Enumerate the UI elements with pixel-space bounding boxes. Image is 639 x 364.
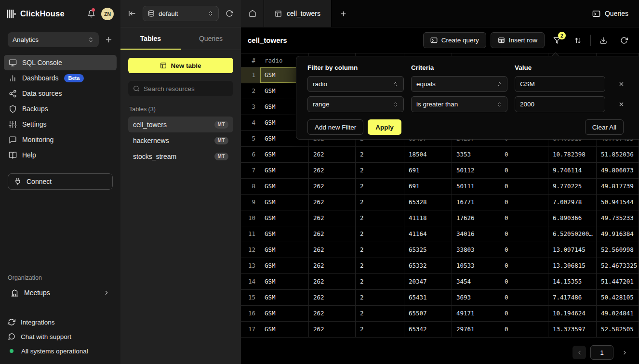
table-cell[interactable]: 16771 [452, 195, 500, 210]
table-cell[interactable]: 0 [500, 306, 548, 322]
footer-item-integrations[interactable]: Integrations [8, 315, 113, 329]
table-cell[interactable]: 6.52050200… [548, 226, 597, 242]
table-list-item-cell-towers[interactable]: cell_towers MT [128, 117, 233, 132]
table-cell[interactable]: 17626 [452, 210, 500, 226]
table-cell[interactable]: 0 [500, 274, 548, 290]
table-cell[interactable]: 0 [500, 322, 548, 338]
table-cell[interactable]: 2 [356, 179, 404, 195]
new-table-button[interactable]: New table [128, 58, 233, 73]
remove-filter-icon[interactable] [618, 101, 625, 107]
table-cell[interactable]: 3693 [452, 290, 500, 306]
table-cell[interactable]: 50111 [452, 179, 500, 195]
table-cell[interactable]: GSM [260, 147, 309, 163]
table-cell[interactable]: 2 [356, 258, 404, 274]
filter-value-input[interactable] [515, 96, 605, 112]
table-cell[interactable]: 49.817739 [597, 179, 639, 195]
table-cell[interactable]: 50.428105 [597, 290, 639, 306]
table-list-item-hackernews[interactable]: hackernews MT [128, 132, 233, 148]
table-cell[interactable]: 9.770225 [548, 179, 597, 195]
table-cell[interactable]: 34016 [452, 226, 500, 242]
table-cell[interactable]: GSM [260, 195, 309, 210]
table-cell[interactable]: 50112 [452, 163, 500, 179]
table-cell[interactable]: GSM [260, 322, 309, 338]
add-service-button[interactable] [105, 36, 113, 44]
table-cell[interactable]: 10.194624 [548, 306, 597, 322]
table-cell[interactable]: 3353 [452, 147, 500, 163]
table-cell[interactable]: 262 [309, 147, 356, 163]
footer-item-system-status[interactable]: All systems operational [8, 344, 113, 358]
table-cell[interactable]: GSM [260, 179, 309, 195]
collapse-panel-icon[interactable] [128, 10, 136, 17]
table-cell[interactable]: GSM [260, 306, 309, 322]
table-list-item-stocks-stream[interactable]: stocks_stream MT [128, 148, 233, 164]
table-cell[interactable]: GSM [260, 290, 309, 306]
table-cell[interactable]: 51.852036 [597, 147, 639, 163]
table-cell[interactable]: 0 [500, 258, 548, 274]
queries-button[interactable]: Queries [582, 0, 639, 27]
sidebar-item-help[interactable]: Help [4, 147, 117, 163]
table-cell[interactable]: 0 [500, 226, 548, 242]
table-cell[interactable]: GSM [260, 163, 309, 179]
table-cell[interactable]: 2 [356, 242, 404, 258]
sidebar-item-sql-console[interactable]: SQL Console [4, 55, 117, 70]
filter-column-select[interactable]: radio [307, 76, 404, 92]
clear-all-filters-button[interactable]: Clear All [585, 119, 624, 135]
table-cell[interactable]: 262 [309, 274, 356, 290]
notifications-bell-icon[interactable] [85, 8, 97, 20]
sidebar-item-monitoring[interactable]: Monitoring [4, 132, 117, 147]
table-cell[interactable]: 2 [356, 195, 404, 210]
sort-button[interactable] [570, 32, 586, 48]
table-cell[interactable]: 52.560998 [597, 242, 639, 258]
table-cell[interactable]: 65342 [404, 322, 452, 338]
table-cell[interactable]: 262 [309, 195, 356, 210]
search-input[interactable] [144, 85, 229, 92]
filter-criteria-select[interactable]: is greater than [411, 96, 507, 112]
table-cell[interactable]: 33803 [452, 242, 500, 258]
apply-filters-button[interactable]: Apply [368, 119, 401, 135]
table-cell[interactable]: 65328 [404, 195, 452, 210]
table-cell[interactable]: 29761 [452, 322, 500, 338]
database-selector[interactable]: default [143, 6, 219, 21]
table-cell[interactable]: 0 [500, 147, 548, 163]
create-query-button[interactable]: Create query [423, 32, 486, 48]
table-cell[interactable]: GSM [260, 258, 309, 274]
table-cell[interactable]: 691 [404, 179, 452, 195]
download-button[interactable] [595, 32, 612, 48]
table-cell[interactable]: 13.306815 [548, 258, 597, 274]
table-cell[interactable]: 262 [309, 163, 356, 179]
table-cell[interactable]: 0 [500, 242, 548, 258]
table-cell[interactable]: 51.447201 [597, 274, 639, 290]
remove-filter-icon[interactable] [618, 81, 625, 87]
sidebar-item-backups[interactable]: Backups [4, 101, 117, 117]
table-cell[interactable]: 49.806073 [597, 163, 639, 179]
table-cell[interactable]: 2 [356, 210, 404, 226]
table-cell[interactable]: 49.735233 [597, 210, 639, 226]
table-cell[interactable]: 13.373597 [548, 322, 597, 338]
table-cell[interactable]: 49.024841 [597, 306, 639, 322]
next-page-button[interactable] [618, 346, 631, 359]
table-cell[interactable]: 3454 [452, 274, 500, 290]
filter-criteria-select[interactable]: equals [411, 76, 507, 92]
table-cell[interactable]: 262 [309, 258, 356, 274]
table-cell[interactable]: 2 [356, 226, 404, 242]
table-cell[interactable]: 13.097145 [548, 242, 597, 258]
table-cell[interactable]: 0 [500, 179, 548, 195]
connect-button[interactable]: Connect [8, 173, 113, 190]
table-cell[interactable]: 691 [404, 163, 452, 179]
table-cell[interactable]: 65332 [404, 258, 452, 274]
table-cell[interactable]: 2 [356, 306, 404, 322]
insert-row-button[interactable]: Insert row [491, 32, 545, 48]
footer-item-chat-support[interactable]: Chat with support [8, 329, 113, 344]
table-cell[interactable]: GSM [260, 274, 309, 290]
table-cell[interactable]: 7.417486 [548, 290, 597, 306]
table-cell[interactable]: 0 [500, 195, 548, 210]
sidebar-item-meetups[interactable]: Meetups [8, 285, 113, 300]
table-cell[interactable]: 65325 [404, 242, 452, 258]
table-cell[interactable]: 0 [500, 163, 548, 179]
table-cell[interactable]: 7.002978 [548, 195, 597, 210]
table-cell[interactable]: 2 [356, 274, 404, 290]
page-number-input[interactable] [590, 345, 613, 360]
table-cell[interactable]: 2 [356, 322, 404, 338]
table-cell[interactable]: 10.782398 [548, 147, 597, 163]
table-cell[interactable]: 0 [500, 210, 548, 226]
